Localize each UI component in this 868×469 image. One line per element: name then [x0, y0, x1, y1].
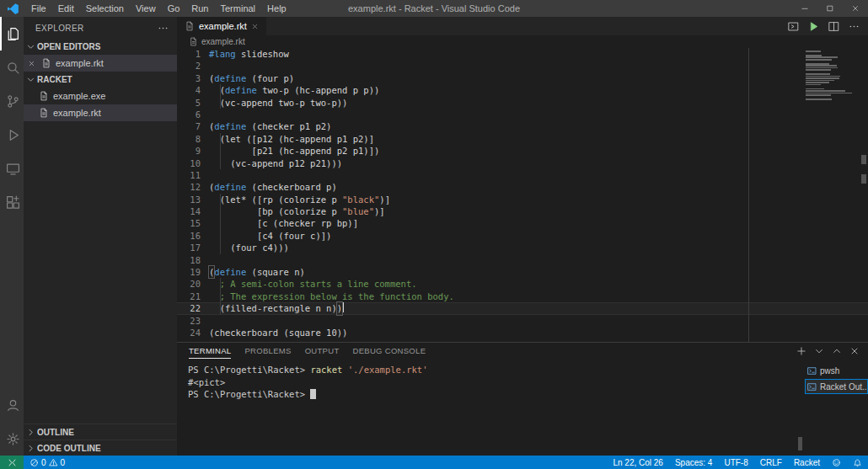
more-actions-icon[interactable] — [158, 23, 169, 34]
maximize-window-icon[interactable] — [817, 0, 843, 17]
menu-selection[interactable]: Selection — [80, 0, 130, 17]
code-line[interactable]: 2 — [177, 60, 868, 72]
line-number[interactable]: 11 — [177, 169, 209, 181]
bell-icon[interactable] — [847, 458, 868, 467]
section-outline[interactable]: OUTLINE — [24, 424, 177, 440]
line-number[interactable]: 23 — [177, 315, 209, 327]
code-line[interactable]: 5 (vc-append two-p two-p)) — [177, 97, 868, 109]
line-number[interactable]: 24 — [177, 327, 209, 338]
terminal-item-pwsh[interactable]: pwsh — [805, 363, 868, 378]
feedback-smiley-icon[interactable] — [826, 458, 847, 467]
line-number[interactable]: 10 — [177, 157, 209, 169]
account-icon[interactable] — [0, 388, 24, 422]
code-line[interactable]: 13 (let* ([rp (colorize p "black")] — [177, 194, 868, 205]
run-in-terminal-icon[interactable] — [788, 21, 799, 32]
remote-explorer-icon[interactable] — [0, 152, 24, 185]
code-line[interactable]: 19(define (square n) — [177, 266, 868, 278]
line-number[interactable]: 17 — [177, 242, 209, 253]
line-number[interactable]: 2 — [177, 60, 209, 72]
line-number[interactable]: 4 — [177, 84, 209, 96]
run-icon[interactable] — [808, 21, 819, 32]
code-line[interactable]: 10 (vc-append p12 p21))) — [177, 157, 868, 169]
code-line[interactable]: 3(define (four p) — [177, 72, 868, 84]
line-number[interactable]: 21 — [177, 290, 209, 302]
run-debug-icon[interactable] — [0, 118, 24, 152]
code-line[interactable]: 17 (four c4))) — [177, 242, 868, 253]
line-number[interactable]: 12 — [177, 181, 209, 193]
section-code-outline[interactable]: CODE OUTLINE — [24, 440, 177, 456]
source-control-icon[interactable] — [0, 84, 24, 118]
line-number[interactable]: 6 — [177, 109, 209, 120]
line-number[interactable]: 7 — [177, 120, 209, 132]
menu-run[interactable]: Run — [185, 0, 214, 17]
split-editor-icon[interactable] — [828, 21, 839, 32]
line-number[interactable]: 20 — [177, 278, 209, 290]
code-line[interactable]: 16 [c4 (four c)]) — [177, 230, 868, 242]
menu-help[interactable]: Help — [261, 0, 292, 17]
panel-tab-terminal[interactable]: TERMINAL — [189, 343, 231, 359]
menu-edit[interactable]: Edit — [52, 0, 80, 17]
terminal-dropdown-icon[interactable] — [814, 346, 824, 356]
close-icon[interactable] — [843, 0, 868, 17]
code-line[interactable]: 22 (filled-rectangle n n)) — [177, 302, 868, 314]
line-number[interactable]: 3 — [177, 72, 209, 84]
line-number[interactable]: 1 — [177, 48, 209, 60]
file-example.exe[interactable]: example.exe — [24, 88, 177, 104]
section-racket[interactable]: RACKET — [24, 72, 177, 88]
code-line[interactable]: 12(define (checkerboard p) — [177, 181, 868, 193]
section-open-editors[interactable]: OPEN EDITORS — [24, 39, 177, 55]
search-icon[interactable] — [0, 51, 24, 84]
minimap[interactable] — [806, 51, 855, 101]
close-icon[interactable] — [251, 23, 259, 30]
file-example.rkt[interactable]: example.rkt — [24, 55, 177, 72]
menu-terminal[interactable]: Terminal — [215, 0, 262, 17]
code-line[interactable]: 23 — [177, 315, 868, 327]
line-number[interactable]: 19 — [177, 266, 209, 278]
indentation[interactable]: Spaces: 4 — [669, 458, 718, 467]
line-number[interactable]: 18 — [177, 254, 209, 266]
language-mode[interactable]: Racket — [788, 458, 826, 467]
close-icon[interactable] — [25, 60, 37, 67]
settings-gear-icon[interactable] — [0, 422, 24, 456]
code-line[interactable]: 8 (let ([p12 (hc-append p1 p2)] — [177, 133, 868, 145]
scrollbar-decoration[interactable] — [861, 174, 866, 184]
terminal-scrollbar[interactable] — [798, 437, 802, 450]
minimize-icon[interactable] — [792, 0, 817, 17]
code-line[interactable]: 15 [c (checker rp bp)] — [177, 217, 868, 229]
extensions-icon[interactable] — [0, 185, 24, 219]
code-line[interactable]: 11 — [177, 169, 868, 181]
panel-tab-problems[interactable]: PROBLEMS — [244, 343, 291, 359]
cursor-position[interactable]: Ln 22, Col 26 — [607, 458, 669, 467]
tab-example.rkt[interactable]: example.rkt — [177, 17, 266, 35]
encoding[interactable]: UTF-8 — [718, 458, 753, 467]
line-number[interactable]: 14 — [177, 205, 209, 217]
line-number[interactable]: 13 — [177, 194, 209, 205]
menu-view[interactable]: View — [130, 0, 162, 17]
code-line[interactable]: 20 ; A semi-colon starts a line comment. — [177, 278, 868, 290]
code-line[interactable]: 6 — [177, 109, 868, 120]
remote-indicator[interactable] — [0, 456, 24, 469]
code-editor[interactable]: 1#lang slideshow23(define (four p)4 (def… — [177, 48, 868, 342]
line-number[interactable]: 16 — [177, 230, 209, 242]
maximize-panel-icon[interactable] — [832, 346, 842, 356]
file-example.rkt[interactable]: example.rkt — [24, 104, 177, 121]
panel-tab-debug-console[interactable]: DEBUG CONSOLE — [353, 343, 426, 359]
more-actions-icon[interactable] — [849, 21, 860, 32]
new-terminal-icon[interactable] — [796, 346, 806, 356]
explorer-icon[interactable] — [0, 17, 24, 51]
code-line[interactable]: 14 [bp (colorize p "blue")] — [177, 205, 868, 217]
menu-go[interactable]: Go — [162, 0, 186, 17]
code-line[interactable]: 4 (define two-p (hc-append p p)) — [177, 84, 868, 96]
code-line[interactable]: 24(checkerboard (square 10)) — [177, 327, 868, 338]
code-line[interactable]: 1#lang slideshow — [177, 48, 868, 60]
problems-status[interactable]: 00 — [24, 456, 71, 469]
code-line[interactable]: 21 ; The expression below is the functio… — [177, 290, 868, 302]
eol[interactable]: CRLF — [754, 458, 788, 467]
terminal[interactable]: PS C:\Progetti\Racket> racket './example… — [177, 359, 805, 456]
terminal-item-racket-out-[interactable]: Racket Out... — [805, 379, 868, 394]
line-number[interactable]: 5 — [177, 97, 209, 109]
code-line[interactable]: 9 [p21 (hc-append p2 p1)]) — [177, 145, 868, 157]
panel-tab-output[interactable]: OUTPUT — [305, 343, 340, 359]
scrollbar-decoration[interactable] — [861, 155, 866, 164]
line-number[interactable]: 22 — [177, 302, 209, 314]
